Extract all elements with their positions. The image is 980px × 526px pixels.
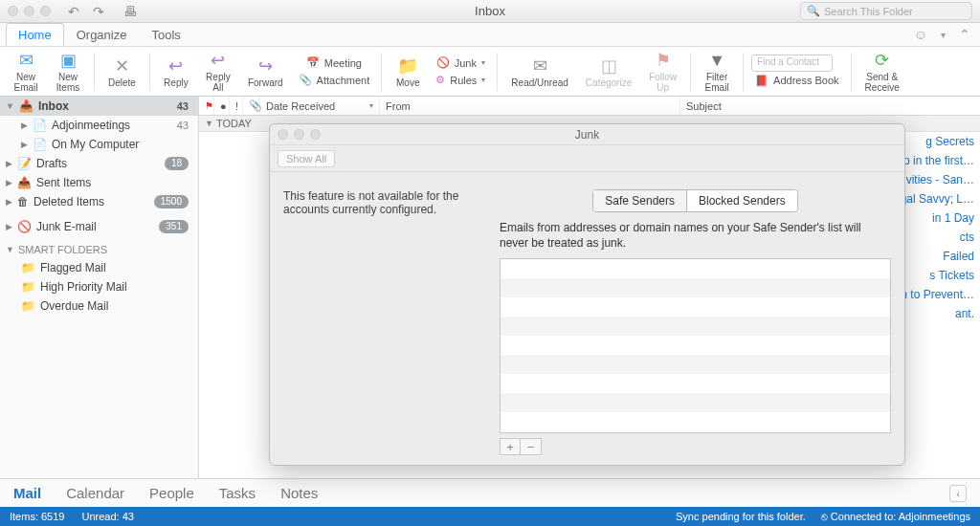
categorize-button[interactable]: ◫Categorize: [580, 54, 637, 90]
status-sync: Sync pending for this folder.: [676, 511, 806, 522]
undo-icon[interactable]: ↶: [68, 4, 79, 19]
find-contact-input[interactable]: Find a Contact: [751, 55, 833, 72]
add-button[interactable]: +: [500, 438, 521, 455]
forward-icon: ↪: [258, 55, 273, 77]
titlebar: ↶ ↷ 🖶 Inbox 🔍 Search This Folder: [0, 0, 980, 23]
reply-all-icon: ↩: [211, 50, 225, 71]
quick-access: ↶ ↷ 🖶: [68, 4, 137, 19]
connected-icon: ⎋: [821, 511, 831, 522]
dialog-toolbar: Show All: [270, 145, 904, 172]
status-unread: Unread: 43: [81, 511, 133, 522]
minimize-icon[interactable]: [294, 129, 304, 140]
tab-home[interactable]: Home: [6, 23, 64, 46]
window-title: Inbox: [475, 4, 505, 18]
meeting-icon: 📅: [306, 56, 320, 69]
delete-button[interactable]: ✕Delete: [102, 54, 142, 90]
chevron-right-icon: ▶: [6, 178, 12, 187]
follow-up-button[interactable]: ⚑Follow Up: [643, 48, 682, 95]
sidebar-flagged[interactable]: 📁Flagged Mail: [0, 258, 198, 277]
drafts-icon: 📝: [17, 157, 32, 170]
col-subject[interactable]: Subject: [680, 97, 980, 115]
sidebar-overdue[interactable]: 📁Overdue Mail: [0, 296, 198, 316]
sidebar-drafts[interactable]: ▶📝Drafts18: [0, 154, 198, 173]
status-connected: ⎋ Connected to: Adjoinmeetings: [821, 511, 970, 522]
sidebar-adjoinmeetings[interactable]: ▶📄Adjoinmeetings43: [0, 116, 198, 135]
nav-tasks[interactable]: Tasks: [219, 485, 256, 501]
folder-icon: 📄: [33, 138, 47, 151]
bottom-nav: Mail Calendar People Tasks Notes ‹: [0, 478, 980, 507]
nav-calendar[interactable]: Calendar: [66, 485, 124, 501]
forward-button[interactable]: ↪Forward: [242, 54, 289, 90]
nav-expand-icon[interactable]: ‹: [949, 485, 967, 502]
safe-senders-list[interactable]: [500, 258, 891, 433]
close-icon[interactable]: [8, 6, 18, 16]
nav-notes[interactable]: Notes: [280, 485, 318, 501]
reply-all-button[interactable]: ↩Reply All: [200, 48, 236, 95]
sidebar-deleted-items[interactable]: ▶🗑Deleted Items1500: [0, 192, 198, 211]
close-icon[interactable]: [278, 129, 288, 140]
search-input[interactable]: 🔍 Search This Folder: [800, 2, 972, 20]
col-status[interactable]: ●: [214, 97, 230, 115]
folder-sidebar: ▼📥Inbox43 ▶📄Adjoinmeetings43 ▶📄On My Com…: [0, 97, 199, 478]
mail-icon: ✉︎: [19, 50, 33, 71]
print-icon[interactable]: 🖶: [123, 4, 137, 19]
junk-icon: 🚫: [436, 56, 450, 69]
status-items: Items: 6519: [10, 511, 64, 522]
dialog-titlebar: Junk: [270, 124, 904, 145]
dialog-help-text: Emails from addresses or domain names on…: [500, 220, 891, 251]
col-attachment[interactable]: 📎: [243, 97, 260, 115]
read-unread-button[interactable]: ✉Read/Unread: [505, 54, 573, 90]
categorize-icon: ◫: [601, 55, 617, 77]
minimize-icon[interactable]: [24, 6, 34, 16]
chevron-down-icon: ▼: [6, 245, 14, 254]
sidebar-on-my-computer[interactable]: ▶📄On My Computer: [0, 135, 198, 154]
filter-icon: ▼: [708, 51, 725, 71]
new-email-button[interactable]: ✉︎New Email: [8, 48, 44, 95]
junk-dialog: Junk Show All This feature is not availa…: [269, 123, 905, 466]
sender-type-tabs: Safe Senders Blocked Senders: [592, 189, 797, 212]
dialog-message: This feature is not available for the ac…: [283, 189, 494, 455]
nav-mail[interactable]: Mail: [13, 485, 41, 501]
filter-email-button[interactable]: ▼Filter Email: [699, 49, 735, 95]
tab-blocked-senders[interactable]: Blocked Senders: [686, 190, 797, 211]
emoji-icon[interactable]: ☺: [914, 27, 927, 42]
chevron-down-icon[interactable]: ▾: [941, 30, 946, 40]
dialog-title: Junk: [575, 128, 599, 142]
show-all-button[interactable]: Show All: [278, 150, 335, 167]
folder-icon: 📁: [21, 261, 35, 274]
new-items-button[interactable]: ▣New Items: [50, 48, 86, 95]
junk-button[interactable]: 🚫Junk▾: [432, 55, 489, 71]
move-button[interactable]: 📁Move: [390, 54, 426, 90]
sidebar-high-priority[interactable]: 📁High Priority Mail: [0, 277, 198, 296]
address-book-button[interactable]: 📕Address Book: [751, 73, 842, 89]
junk-icon: 🚫: [17, 220, 32, 233]
sidebar-inbox[interactable]: ▼📥Inbox43: [0, 97, 198, 116]
tab-safe-senders[interactable]: Safe Senders: [593, 190, 686, 211]
zoom-icon[interactable]: [40, 6, 51, 16]
zoom-icon[interactable]: [310, 129, 321, 140]
tab-organize[interactable]: Organize: [64, 23, 140, 46]
search-icon: 🔍: [807, 5, 820, 17]
col-important[interactable]: !: [230, 97, 243, 115]
reply-button[interactable]: ↩Reply: [158, 54, 194, 90]
rules-button[interactable]: ⚙Rules▾: [432, 72, 489, 88]
sidebar-sent-items[interactable]: ▶📤Sent Items: [0, 173, 198, 192]
ribbon-tabs: Home Organize Tools ☺ ▾ ⌃: [0, 23, 980, 47]
move-icon: 📁: [397, 55, 418, 77]
col-from[interactable]: From: [380, 97, 680, 115]
collapse-ribbon-icon[interactable]: ⌃: [959, 27, 970, 42]
redo-icon[interactable]: ↷: [93, 4, 104, 19]
attachment-button[interactable]: 📎Attachment: [295, 72, 374, 88]
remove-button[interactable]: −: [521, 438, 542, 455]
col-date-received[interactable]: Date Received▾: [260, 97, 380, 115]
chevron-down-icon: ▾: [481, 76, 485, 84]
sidebar-junk[interactable]: ▶🚫Junk E-mail351: [0, 217, 198, 236]
nav-people[interactable]: People: [149, 485, 194, 501]
send-receive-button[interactable]: ⟳Send & Receive: [859, 48, 905, 95]
meeting-button[interactable]: 📅Meeting: [295, 55, 374, 71]
window-controls: [8, 6, 51, 16]
col-flag[interactable]: ⚑: [199, 97, 214, 115]
chevron-down-icon: ▼: [6, 101, 14, 111]
sidebar-smart-folders[interactable]: ▼SMART FOLDERS: [0, 236, 198, 258]
tab-tools[interactable]: Tools: [139, 23, 192, 46]
